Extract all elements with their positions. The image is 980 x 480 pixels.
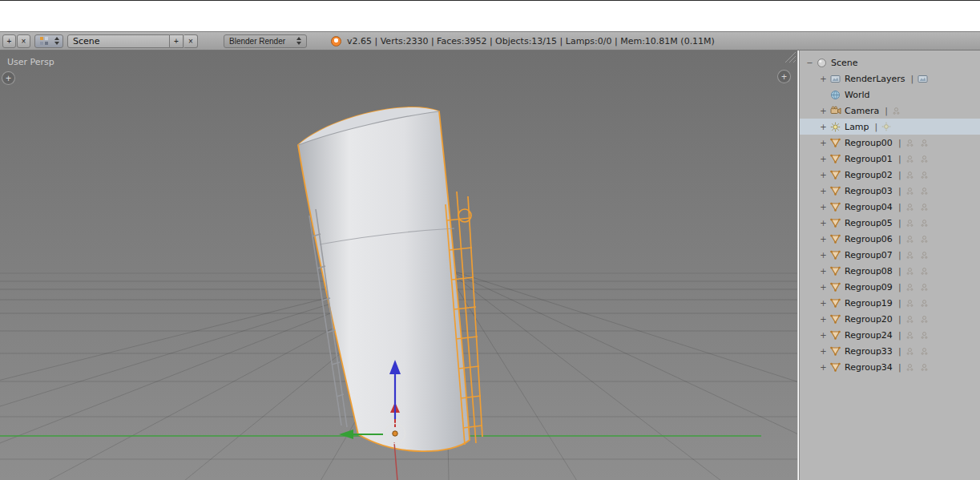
expand-toggle-icon[interactable]: + — [818, 299, 829, 308]
restrict-icon[interactable] — [905, 219, 914, 228]
unlink-scene-button[interactable]: × — [184, 34, 198, 48]
render-engine-value: Blender Render — [229, 37, 285, 46]
editor-type-button[interactable] — [34, 34, 63, 48]
restrict-icon[interactable] — [920, 363, 929, 372]
restrict-icon[interactable] — [920, 283, 929, 292]
outliner-row[interactable]: World — [800, 87, 980, 103]
expand-toggle-icon[interactable]: + — [818, 331, 829, 340]
separator: | — [898, 218, 901, 228]
outliner-row[interactable]: +Regroup05| — [800, 215, 980, 231]
expand-toggle-icon[interactable]: + — [818, 347, 829, 356]
outliner-row[interactable]: +Regroup01| — [800, 151, 980, 167]
properties-toggle-button[interactable]: + — [777, 70, 791, 83]
expand-toggle-icon[interactable]: + — [818, 251, 829, 260]
restrict-icon[interactable] — [920, 251, 929, 260]
restrict-icon[interactable] — [905, 235, 914, 244]
outliner-row[interactable]: +Regroup04| — [800, 199, 980, 215]
restrict-icon[interactable] — [905, 251, 914, 260]
expand-toggle-icon[interactable]: + — [818, 235, 829, 244]
outliner-item-label: Regroup03 — [845, 186, 893, 196]
expand-toggle-icon[interactable]: + — [818, 283, 829, 292]
outliner-row[interactable]: +Regroup00| — [800, 135, 980, 151]
expand-toggle-icon[interactable]: + — [818, 363, 829, 372]
separator: | — [898, 170, 901, 180]
restrict-icon[interactable] — [920, 187, 929, 196]
restrict-icon[interactable] — [905, 347, 914, 356]
expand-toggle-icon[interactable]: + — [818, 203, 829, 212]
restrict-icon[interactable] — [920, 315, 929, 324]
expand-toggle-icon[interactable]: + — [818, 155, 829, 163]
restrict-icon[interactable] — [920, 171, 929, 179]
restrict-icon[interactable] — [920, 331, 929, 340]
outliner-panel[interactable]: −Scene+RenderLayers|World+Camera|+Lamp|+… — [799, 50, 980, 480]
mesh-icon — [829, 346, 842, 356]
outliner-row[interactable]: +Regroup09| — [800, 279, 980, 295]
outliner-row[interactable]: +Regroup03| — [800, 183, 980, 199]
outliner-row[interactable]: +Regroup24| — [800, 327, 980, 343]
outliner-item-label: RenderLayers — [845, 74, 905, 84]
new-button[interactable]: + — [2, 34, 16, 48]
expand-toggle-icon[interactable]: + — [818, 171, 829, 179]
outliner-row[interactable]: +Regroup20| — [800, 311, 980, 327]
restrict-icon[interactable] — [920, 203, 929, 212]
delete-button[interactable]: × — [17, 34, 30, 48]
renderlayers-toggle-icon[interactable] — [917, 74, 928, 84]
expand-toggle-icon[interactable]: + — [818, 267, 829, 276]
restrict-icon[interactable] — [905, 315, 914, 324]
outliner-item-label: Regroup07 — [845, 250, 893, 260]
expand-toggle-icon[interactable]: + — [818, 75, 829, 83]
restrict-icon[interactable] — [905, 139, 914, 147]
outliner-item-label: Regroup01 — [845, 154, 893, 164]
restrict-icon[interactable] — [905, 331, 914, 340]
restrict-icon[interactable] — [905, 363, 914, 372]
outliner-row[interactable]: −Scene — [800, 54, 980, 71]
restrict-icon[interactable] — [905, 155, 914, 163]
restrict-icon[interactable] — [920, 347, 929, 356]
expand-toggle-icon[interactable]: + — [818, 219, 829, 228]
restrict-icon[interactable] — [905, 203, 914, 212]
restrict-icon[interactable] — [920, 299, 929, 308]
restrict-icon[interactable] — [905, 283, 914, 292]
restrict-icon[interactable] — [920, 219, 929, 228]
expand-toggle-icon[interactable]: + — [818, 315, 829, 324]
expand-toggle-icon[interactable]: + — [818, 187, 829, 196]
add-scene-button[interactable]: + — [170, 34, 183, 48]
outliner-row[interactable]: +Regroup07| — [800, 247, 980, 263]
render-engine-select[interactable]: Blender Render — [224, 34, 307, 48]
toolshelf-toggle-button[interactable]: + — [2, 71, 15, 85]
viewport-3d[interactable]: User Persp + + — [0, 50, 798, 480]
restrict-icon[interactable] — [905, 187, 914, 196]
mesh-icon — [829, 250, 842, 260]
restrict-icon[interactable] — [892, 107, 901, 115]
scene-name-field[interactable]: Scene — [67, 34, 170, 48]
separator: | — [898, 234, 901, 244]
outliner-row[interactable]: +Regroup08| — [800, 263, 980, 279]
expand-toggle-icon[interactable]: + — [818, 107, 829, 115]
outliner-row[interactable]: +Regroup02| — [800, 167, 980, 183]
region-resize-grip[interactable] — [784, 51, 797, 63]
expand-toggle-icon[interactable]: + — [818, 139, 829, 147]
camera-icon — [829, 106, 842, 116]
outliner-row[interactable]: +Camera| — [800, 103, 980, 119]
outliner-row[interactable]: +Regroup34| — [800, 359, 980, 375]
separator: | — [885, 106, 888, 116]
restrict-icon[interactable] — [905, 171, 914, 179]
restrict-icon[interactable] — [920, 155, 929, 163]
selected-cup-object[interactable] — [298, 107, 470, 451]
restrict-icon[interactable] — [905, 299, 914, 308]
separator: | — [898, 298, 901, 309]
outliner-row[interactable]: +Regroup33| — [800, 343, 980, 359]
restrict-icon[interactable] — [920, 267, 929, 276]
outliner-row[interactable]: +Regroup06| — [800, 231, 980, 247]
restrict-icon[interactable] — [905, 267, 914, 276]
outliner-item-label: Regroup05 — [845, 218, 893, 228]
outliner-row[interactable]: +Regroup19| — [800, 295, 980, 311]
expand-toggle-icon[interactable]: − — [805, 58, 815, 67]
restrict-icon[interactable] — [920, 139, 929, 147]
outliner-row[interactable]: +RenderLayers| — [800, 71, 980, 87]
restrict-icon[interactable] — [920, 235, 929, 244]
expand-toggle-icon[interactable]: + — [818, 123, 829, 131]
lamp-dim-icon[interactable] — [881, 122, 891, 131]
outliner-row[interactable]: +Lamp| — [800, 119, 980, 135]
window-titlebar — [0, 0, 980, 31]
